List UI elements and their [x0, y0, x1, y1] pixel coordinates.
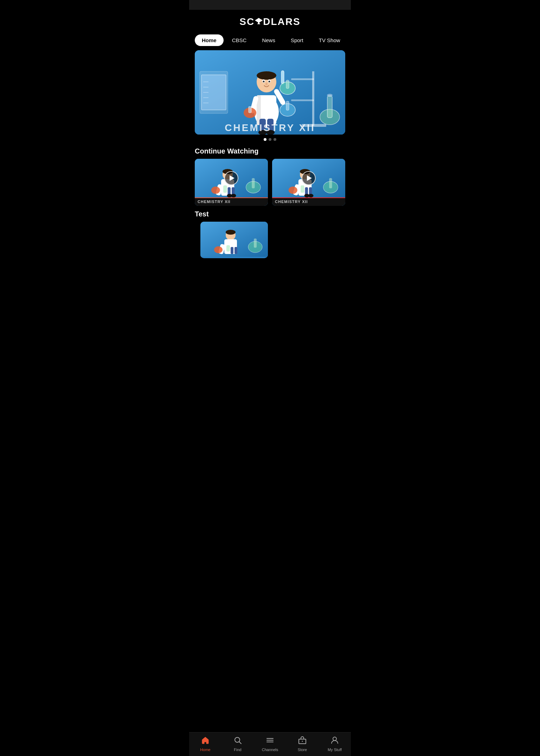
svg-rect-22 [281, 71, 284, 84]
tab-home[interactable]: Home [195, 34, 224, 46]
video-label-1: CHEMISTRY XII [195, 197, 268, 206]
bottom-nav-mystuff[interactable]: My Stuff [319, 736, 351, 752]
tab-cbsc[interactable]: CBSC [225, 34, 254, 46]
svg-rect-34 [286, 80, 289, 89]
logo-hat-icon [255, 16, 263, 27]
svg-rect-78 [254, 239, 257, 248]
svg-rect-35 [291, 99, 314, 101]
bottom-nav-find[interactable]: Find [221, 736, 254, 752]
svg-point-13 [257, 71, 276, 80]
play-button-2[interactable] [302, 171, 316, 185]
svg-text:CHEMISTRY XII: CHEMISTRY XII [225, 122, 315, 133]
tab-tvshow[interactable]: TV Show [312, 34, 347, 46]
svg-rect-48 [223, 185, 227, 193]
store-icon [298, 736, 307, 747]
svg-point-60 [289, 187, 297, 194]
svg-point-18 [265, 83, 268, 85]
dot-1 [264, 138, 266, 141]
bottom-nav-channels-label: Channels [262, 748, 278, 752]
continue-watching-card-2[interactable]: CHEMISTRY XII [272, 159, 345, 206]
svg-point-85 [302, 741, 303, 742]
svg-rect-37 [286, 101, 289, 110]
dot-3 [274, 138, 276, 141]
svg-rect-1 [258, 21, 259, 24]
bottom-nav-mystuff-label: My Stuff [328, 748, 342, 752]
test-card-1[interactable] [200, 222, 268, 258]
bottom-nav: Home Find Channels [189, 732, 351, 756]
svg-point-17 [269, 81, 270, 83]
svg-rect-67 [329, 178, 332, 188]
svg-rect-54 [252, 178, 255, 188]
continue-watching-heading: Continue Watching [189, 143, 351, 159]
bottom-nav-store[interactable]: Store [286, 736, 319, 752]
svg-point-65 [308, 194, 314, 197]
app-logo: SC DLARS [239, 16, 300, 27]
nav-tabs: Home CBSC News Sport TV Show [189, 32, 351, 50]
bottom-nav-home[interactable]: Home [189, 736, 221, 752]
svg-rect-32 [291, 78, 314, 80]
svg-point-40 [327, 94, 333, 97]
page-bottom-spacer [189, 258, 351, 286]
status-bar [189, 0, 351, 10]
hero-banner[interactable]: CHEMISTRY XII [195, 50, 345, 135]
test-heading: Test [189, 206, 351, 222]
logo-dlars: DLARS [263, 16, 300, 27]
logo-sc: SC [239, 16, 255, 27]
channels-icon [266, 736, 274, 747]
svg-rect-2 [257, 24, 260, 24]
continue-watching-cards: CHEMISTRY XII [189, 159, 351, 206]
logo-area: SC DLARS [189, 10, 351, 32]
svg-point-16 [263, 81, 265, 83]
bottom-nav-store-label: Store [298, 748, 307, 752]
hero-illustration: CHEMISTRY XII [195, 50, 345, 135]
svg-point-73 [214, 246, 223, 253]
svg-point-86 [333, 737, 336, 741]
video-label-2: CHEMISTRY XII [272, 197, 345, 206]
svg-rect-25 [249, 106, 251, 113]
dot-2 [269, 138, 271, 141]
svg-point-70 [226, 230, 236, 235]
play-button-1[interactable] [224, 171, 238, 185]
tab-sport[interactable]: Sport [284, 34, 310, 46]
video-thumb-1 [195, 159, 268, 197]
bottom-nav-home-label: Home [200, 748, 210, 752]
test-cards [189, 222, 351, 258]
bottom-nav-find-label: Find [234, 748, 241, 752]
home-icon [201, 736, 210, 747]
svg-point-52 [231, 194, 236, 197]
svg-rect-75 [231, 247, 233, 254]
svg-rect-39 [327, 96, 332, 118]
user-icon [330, 736, 339, 747]
tab-news[interactable]: News [255, 34, 282, 46]
dots-indicator [189, 138, 351, 141]
search-icon [233, 736, 242, 747]
svg-point-47 [211, 187, 220, 194]
svg-line-80 [239, 742, 242, 744]
svg-rect-74 [226, 245, 230, 252]
svg-rect-76 [234, 247, 237, 254]
test-thumb-1 [200, 222, 268, 257]
continue-watching-card-1[interactable]: CHEMISTRY XII [195, 159, 268, 206]
svg-rect-61 [301, 185, 304, 193]
bottom-nav-channels[interactable]: Channels [254, 736, 286, 752]
video-thumb-2 [272, 159, 345, 197]
hero-banner-inner: CHEMISTRY XII [195, 50, 345, 135]
